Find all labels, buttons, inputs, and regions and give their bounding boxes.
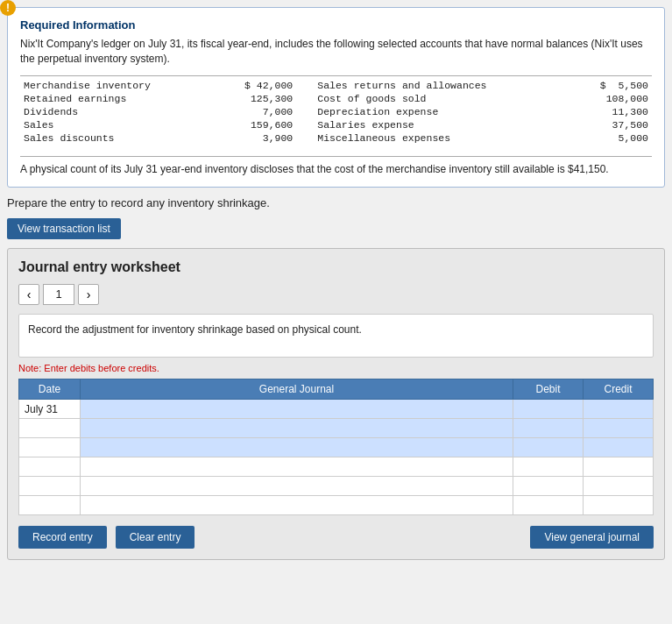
credit-input[interactable] bbox=[584, 419, 653, 437]
table-row bbox=[19, 438, 654, 457]
ledger-amount-r: 11,300 bbox=[571, 105, 652, 118]
note-text: Note: Enter debits before credits. bbox=[18, 363, 654, 373]
debit-input-cell[interactable] bbox=[513, 438, 584, 457]
ledger-table: Merchandise inventory $ 42,000 Sales ret… bbox=[20, 79, 652, 145]
general-journal-empty bbox=[81, 477, 513, 496]
general-journal-input-cell[interactable] bbox=[81, 438, 513, 457]
general-journal-empty bbox=[81, 457, 513, 477]
table-row bbox=[19, 457, 654, 477]
view-general-journal-button[interactable]: View general journal bbox=[530, 526, 654, 549]
debit-header: Debit bbox=[513, 379, 584, 400]
debit-input-cell[interactable] bbox=[513, 419, 584, 438]
ledger-label-r: Sales returns and allowances bbox=[314, 79, 571, 92]
ledger-label: Dividends bbox=[20, 105, 216, 118]
date-cell-empty bbox=[19, 496, 81, 515]
ledger-row-1: Merchandise inventory $ 42,000 Sales ret… bbox=[20, 79, 652, 92]
view-transaction-button[interactable]: View transaction list bbox=[7, 218, 121, 239]
date-cell-empty bbox=[19, 438, 81, 457]
credit-empty bbox=[584, 496, 654, 515]
debit-input[interactable] bbox=[513, 400, 583, 418]
ledger-row-5: Sales discounts 3,900 Miscellaneous expe… bbox=[20, 131, 652, 145]
record-entry-button[interactable]: Record entry bbox=[18, 526, 107, 549]
general-journal-header: General Journal bbox=[81, 379, 513, 400]
credit-empty bbox=[584, 457, 654, 477]
ledger-label: Merchandise inventory bbox=[20, 79, 216, 92]
general-journal-input-cell[interactable] bbox=[81, 400, 513, 419]
date-header: Date bbox=[19, 379, 81, 400]
info-box: ! Required Information Nix'It Company's … bbox=[7, 7, 665, 188]
description-box: Record the adjustment for inventory shri… bbox=[18, 314, 654, 358]
table-header-row: Date General Journal Debit Credit bbox=[19, 379, 654, 400]
ledger-row-3: Dividends 7,000 Depreciation expense 11,… bbox=[20, 105, 652, 118]
ledger-label-r: Miscellaneous expenses bbox=[314, 131, 571, 145]
date-cell-empty bbox=[19, 457, 81, 477]
page-number: 1 bbox=[43, 284, 74, 305]
info-bottom-text: A physical count of its July 31 year-end… bbox=[20, 162, 652, 177]
date-cell-empty bbox=[19, 477, 81, 496]
info-paragraph: Nix'It Company's ledger on July 31, its … bbox=[20, 37, 652, 67]
ledger-amount: $ 42,000 bbox=[216, 79, 296, 92]
table-row: July 31 bbox=[19, 400, 654, 419]
page-wrapper: ! Required Information Nix'It Company's … bbox=[0, 0, 672, 624]
general-journal-input[interactable] bbox=[81, 400, 513, 418]
ledger-label-r: Cost of goods sold bbox=[314, 92, 571, 105]
credit-input-cell[interactable] bbox=[584, 400, 654, 419]
table-row bbox=[19, 419, 654, 438]
ledger-label-r: Depreciation expense bbox=[314, 105, 571, 118]
debit-empty bbox=[513, 496, 584, 515]
credit-input-cell[interactable] bbox=[584, 419, 654, 438]
date-cell: July 31 bbox=[19, 400, 81, 419]
table-row bbox=[19, 477, 654, 496]
credit-empty bbox=[584, 477, 654, 496]
journal-table: Date General Journal Debit Credit July 3… bbox=[18, 379, 654, 515]
ledger-amount-r: 37,500 bbox=[571, 118, 652, 131]
bottom-buttons: Record entry Clear entry View general jo… bbox=[18, 526, 654, 549]
ledger-amount: 125,300 bbox=[216, 92, 296, 105]
credit-header: Credit bbox=[584, 379, 654, 400]
date-cell-empty bbox=[19, 419, 81, 438]
clear-entry-button[interactable]: Clear entry bbox=[116, 526, 195, 549]
ledger-amount-r: 108,000 bbox=[571, 92, 652, 105]
general-journal-input[interactable] bbox=[81, 438, 513, 457]
debit-input[interactable] bbox=[513, 419, 583, 437]
ledger-amount-r: 5,000 bbox=[571, 131, 652, 145]
info-icon: ! bbox=[0, 0, 16, 16]
worksheet-title: Journal entry worksheet bbox=[18, 259, 654, 275]
general-journal-input[interactable] bbox=[81, 419, 513, 437]
general-journal-empty bbox=[81, 496, 513, 515]
journal-worksheet: Journal entry worksheet ‹ 1 › Record the… bbox=[7, 248, 665, 560]
prev-page-button[interactable]: ‹ bbox=[18, 284, 39, 305]
debit-input[interactable] bbox=[513, 438, 583, 457]
ledger-amount: 159,600 bbox=[216, 118, 296, 131]
ledger-amount: 7,000 bbox=[216, 105, 296, 118]
prepare-text: Prepare the entry to record any inventor… bbox=[7, 196, 665, 209]
next-page-button[interactable]: › bbox=[78, 284, 99, 305]
ledger-amount-r: $ 5,500 bbox=[571, 79, 652, 92]
debit-empty bbox=[513, 477, 584, 496]
pagination-row: ‹ 1 › bbox=[18, 284, 654, 305]
ledger-label: Retained earnings bbox=[20, 92, 216, 105]
credit-input[interactable] bbox=[584, 438, 653, 457]
general-journal-input-cell[interactable] bbox=[81, 419, 513, 438]
ledger-row-2: Retained earnings 125,300 Cost of goods … bbox=[20, 92, 652, 105]
debit-input-cell[interactable] bbox=[513, 400, 584, 419]
ledger-label-r: Salaries expense bbox=[314, 118, 571, 131]
info-title: Required Information bbox=[20, 18, 652, 32]
ledger-label: Sales bbox=[20, 118, 216, 131]
credit-input[interactable] bbox=[584, 400, 653, 418]
table-row bbox=[19, 496, 654, 515]
ledger-amount: 3,900 bbox=[216, 131, 296, 145]
ledger-label: Sales discounts bbox=[20, 131, 216, 145]
ledger-row-4: Sales 159,600 Salaries expense 37,500 bbox=[20, 118, 652, 131]
ledger-section: Merchandise inventory $ 42,000 Sales ret… bbox=[20, 75, 652, 157]
credit-input-cell[interactable] bbox=[584, 438, 654, 457]
debit-empty bbox=[513, 457, 584, 477]
